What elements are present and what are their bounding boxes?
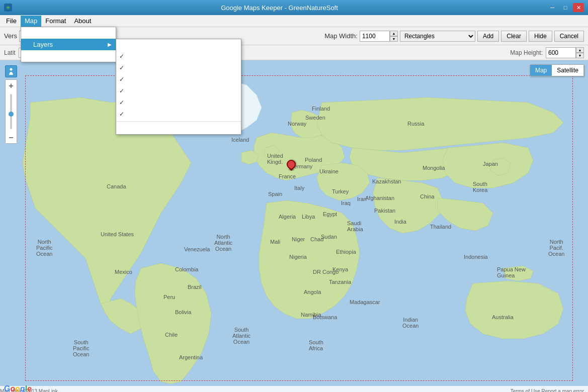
map-height-input[interactable] [546, 47, 576, 58]
add-button[interactable]: Add [477, 31, 499, 42]
hide-button[interactable]: Hide [529, 31, 552, 42]
cancel-button[interactable]: Cancel [554, 31, 584, 42]
map-width-input[interactable] [360, 31, 390, 42]
layers-save-print[interactable]: Save / Print Controllers with Map [116, 121, 241, 134]
layers-rotate[interactable]: ✓ Rotate [116, 109, 241, 120]
shape-select[interactable]: Rectangles Circles Polygons [400, 31, 475, 42]
map-width-spinner: ▲ ▼ [360, 31, 398, 42]
layers-zoom[interactable]: ✓ Zoom [116, 51, 241, 62]
map-height-label: Map Height: [510, 49, 543, 56]
map-pin [287, 160, 296, 169]
lat-label: Latit [4, 49, 16, 56]
menu-bar: File Map Controllers ▶ Layers ▶ Pan ✓ [0, 15, 588, 27]
menu-format[interactable]: Format [41, 16, 70, 27]
app-logo [4, 4, 12, 12]
map-type-controls: Map Satellite [530, 64, 584, 76]
map-dropdown: Controllers ▶ Layers ▶ Pan ✓ Zoom [21, 27, 116, 62]
menu-controllers[interactable]: Controllers ▶ [21, 27, 116, 39]
menu-about[interactable]: About [70, 16, 95, 27]
title-bar: Google Maps Keeper - GreenNatureSoft ─ □… [0, 0, 588, 15]
layers-scale[interactable]: ✓ Scale [116, 74, 241, 85]
world-map-svg: .land { fill: #c8dfa0; stroke: #b0c880; … [0, 60, 588, 392]
pegman-icon[interactable] [5, 65, 17, 77]
menu-refresh[interactable]: Refresh [21, 50, 116, 62]
layers-submenu: Pan ✓ Zoom ✓ Map Type ✓ Scale [116, 39, 241, 135]
layers-street-view[interactable]: ✓ Street View [116, 85, 241, 97]
clear-button[interactable]: Clear [501, 31, 527, 42]
map-width-up[interactable]: ▲ [390, 31, 398, 36]
svg-point-2 [10, 68, 13, 71]
window-title: Google Maps Keeper - GreenNatureSoft [12, 4, 547, 12]
map-width-section: Map Width: ▲ ▼ [324, 31, 398, 42]
google-logo: Google [4, 384, 32, 392]
maximize-button[interactable]: □ [560, 3, 571, 12]
menu-layers[interactable]: Layers ▶ Pan ✓ Zoom ✓ Map Type [21, 39, 116, 50]
map-type-map-button[interactable]: Map [530, 65, 552, 76]
menu-file[interactable]: File [2, 16, 21, 27]
zoom-controls: + − [5, 65, 17, 144]
map-background: .land { fill: #c8dfa0; stroke: #b0c880; … [0, 60, 588, 392]
map-type-satellite-button[interactable]: Satellite [552, 65, 583, 76]
menu-map[interactable]: Map Controllers ▶ Layers ▶ Pan ✓ Zoom [21, 16, 41, 27]
layers-map-type[interactable]: ✓ Map Type [116, 62, 241, 74]
map-height-up[interactable]: ▲ [576, 47, 584, 53]
map-width-label: Map Width: [324, 32, 358, 40]
map-height-spinner: ▲ ▼ [546, 47, 584, 58]
map-footer: Map data ©2013 MapLink Terms of Use Repo… [0, 386, 588, 392]
version-label: Vers [4, 32, 17, 40]
close-button[interactable]: ✕ [573, 3, 584, 12]
map-height-down[interactable]: ▼ [576, 53, 584, 58]
map-footer-links: Terms of Use Report a map error [511, 388, 584, 393]
zoom-in-button[interactable]: + [5, 79, 17, 91]
map-container[interactable]: .land { fill: #c8dfa0; stroke: #b0c880; … [0, 60, 588, 392]
window-controls: ─ □ ✕ [547, 3, 584, 12]
layers-overview-map[interactable]: ✓ Overview Map [116, 97, 241, 109]
zoom-out-button[interactable]: − [5, 132, 17, 144]
map-width-down[interactable]: ▼ [390, 36, 398, 42]
layers-pan[interactable]: Pan [116, 39, 241, 51]
minimize-button[interactable]: ─ [547, 3, 558, 12]
zoom-slider[interactable] [5, 91, 17, 132]
